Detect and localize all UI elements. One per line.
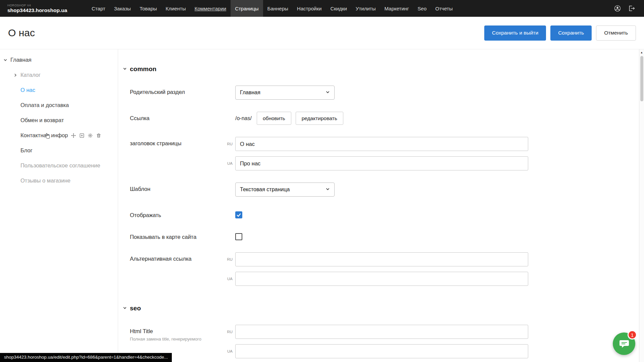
sidebar-item-payment-delivery[interactable]: Оплата и доставка [0, 98, 118, 113]
template-select-value: Текстовая страница [240, 187, 290, 193]
html-title-input-ru[interactable] [235, 325, 528, 339]
section-seo: seoHtml TitleПолная замена title, генери… [123, 305, 639, 358]
vertical-scrollbar[interactable]: ▲ [639, 49, 644, 362]
cancel-button[interactable]: Отменить [596, 25, 636, 41]
chevron-right-icon [13, 73, 17, 77]
sidebar-item-label: Обмен и возврат [20, 117, 64, 123]
alternative-url-input-ru[interactable] [235, 252, 528, 266]
template-select[interactable]: Текстовая страница [235, 183, 335, 197]
lang-tag-ru: RU [223, 257, 233, 261]
scrollbar-thumb[interactable] [640, 56, 643, 101]
sidebar-item-label: Отзывы о магазине [20, 177, 70, 184]
sidebar-item-blog[interactable]: Блог [0, 143, 118, 158]
nav-item-utilities[interactable]: Утилиты [351, 0, 380, 17]
save-and-exit-button[interactable]: Сохранить и выйти [484, 25, 546, 41]
logout-icon[interactable] [628, 5, 635, 12]
account-icon[interactable] [614, 5, 621, 12]
alternative-url-control: RUUA [235, 252, 528, 286]
page-heading-input-ru[interactable] [235, 137, 528, 151]
html-title-row-ua: UA [235, 344, 528, 358]
display-checkbox[interactable] [235, 211, 242, 218]
show-in-sitemap-checkbox[interactable] [235, 233, 242, 240]
field-label-text: Альтернативная ссылка [130, 256, 235, 262]
form-row: Альтернативная ссылкаRUUA [123, 252, 639, 286]
nav-item-clients[interactable]: Клиенты [161, 0, 190, 17]
page-url-path: /o-nas/ [235, 115, 252, 121]
sidebar-item-home[interactable]: Главная [0, 52, 118, 67]
sidebar-item-label: О нас [20, 87, 35, 93]
page-heading-label: заголовок страницы [130, 137, 235, 170]
section-common: commonРодительский разделГлавнаяСсылка/o… [123, 65, 639, 286]
section-title: common [130, 65, 156, 73]
sidebar-item-contact-info[interactable]: Контактная инфор [0, 128, 118, 143]
edit-url-button[interactable]: редактировать [296, 112, 343, 125]
trash-icon[interactable] [96, 133, 101, 138]
chat-bubble-icon [618, 338, 630, 350]
nav-item-reports[interactable]: Отчеты [431, 0, 457, 17]
field-label-text: заголовок страницы [130, 140, 235, 147]
field-label-text: Шаблон [130, 186, 235, 192]
html-title-control: RUUA [235, 325, 528, 358]
nav-item-orders[interactable]: Заказы [110, 0, 135, 17]
sidebar-item-store-reviews[interactable]: Отзывы о магазине [0, 173, 118, 188]
template-control: Текстовая страница [235, 183, 335, 197]
sidebar-item-user-agreement[interactable]: Пользовательское соглашение [0, 158, 118, 173]
sidebar-item-catalog[interactable]: Каталог [0, 67, 118, 83]
topbar: HOROSHOP V4 shop34423.horoshop.ua СтартЗ… [0, 0, 644, 17]
lang-tag-ru: RU [223, 330, 233, 334]
nav-item-comments[interactable]: Комментарии [190, 0, 231, 17]
add-icon[interactable] [79, 133, 85, 138]
refresh-url-button[interactable]: обновить [257, 112, 291, 125]
chat-unread-badge: 1 [628, 330, 637, 340]
nav-item-seo[interactable]: Seo [413, 0, 431, 17]
page-heading-row-ua: UA [235, 156, 528, 170]
sidebar-item-exchange-return[interactable]: Обмен и возврат [0, 113, 118, 128]
nav-item-pages[interactable]: Страницы [231, 0, 263, 17]
form-row: Родительский разделГлавная [123, 86, 639, 100]
field-label-text: Показывать в карте сайта [130, 234, 235, 240]
scrollbar-up-arrow-icon[interactable]: ▲ [639, 49, 644, 55]
top-navigation: СтартЗаказыТоварыКлиентыКомментарииСтран… [87, 0, 457, 17]
save-button[interactable]: Сохранить [550, 25, 592, 41]
display-control [235, 209, 242, 218]
nav-item-start[interactable]: Старт [87, 0, 110, 17]
parent-section-control: Главная [235, 86, 335, 100]
page-heading-input-ua[interactable] [235, 156, 528, 170]
sidebar-item-label: Каталог [20, 72, 41, 78]
brand-version: HOROSHOP V4 [7, 4, 87, 7]
section-title: seo [130, 305, 141, 312]
chevron-down-icon [326, 90, 330, 96]
brand[interactable]: HOROSHOP V4 shop34423.horoshop.ua [0, 0, 87, 17]
section-header-seo[interactable]: seo [123, 305, 639, 312]
form-row: заголовок страницыRUUA [123, 137, 639, 170]
pages-tree-sidebar: ГлавнаяКаталогО насОплата и доставкаОбме… [0, 49, 118, 362]
brand-domain: shop34423.horoshop.ua [7, 7, 87, 13]
drag-move-icon[interactable] [71, 133, 76, 138]
lang-tag-ua: UA [223, 161, 233, 165]
page-header: О нас Сохранить и выйти Сохранить Отмени… [0, 17, 644, 49]
nav-item-settings[interactable]: Настройки [293, 0, 326, 17]
lang-tag-ua: UA [223, 277, 233, 281]
parent-section-select[interactable]: Главная [235, 86, 335, 100]
nav-item-marketing[interactable]: Маркетинг [380, 0, 413, 17]
field-label-text: Родительский раздел [130, 89, 235, 95]
sidebar-item-label: Главная [10, 57, 32, 63]
parent-section-label: Родительский раздел [130, 86, 235, 100]
chat-launcher-button[interactable]: 1 [613, 332, 635, 355]
section-header-common[interactable]: common [123, 65, 639, 73]
nav-item-banners[interactable]: Баннеры [263, 0, 293, 17]
sidebar-item-about-us[interactable]: О нас [0, 83, 118, 98]
form-row: Ссылка/o-nas/обновитьредактировать [123, 112, 639, 125]
gear-icon[interactable] [88, 133, 93, 138]
nav-item-discounts[interactable]: Скидки [326, 0, 351, 17]
topbar-right [614, 0, 644, 17]
alternative-url-input-ua[interactable] [235, 272, 528, 286]
form-row: Html TitleПолная замена title, генерируе… [123, 325, 639, 358]
alternative-url-label: Альтернативная ссылка [130, 252, 235, 286]
nav-item-products[interactable]: Товары [135, 0, 161, 17]
show-in-sitemap-label: Показывать в карте сайта [130, 230, 235, 240]
html-title-input-ua[interactable] [235, 344, 528, 358]
html-title-sublabel: Полная замена title, генерируемого [130, 337, 235, 342]
page-edit-form: commonРодительский разделГлавнаяСсылка/o… [118, 49, 644, 362]
form-row: Отображать [123, 209, 639, 218]
